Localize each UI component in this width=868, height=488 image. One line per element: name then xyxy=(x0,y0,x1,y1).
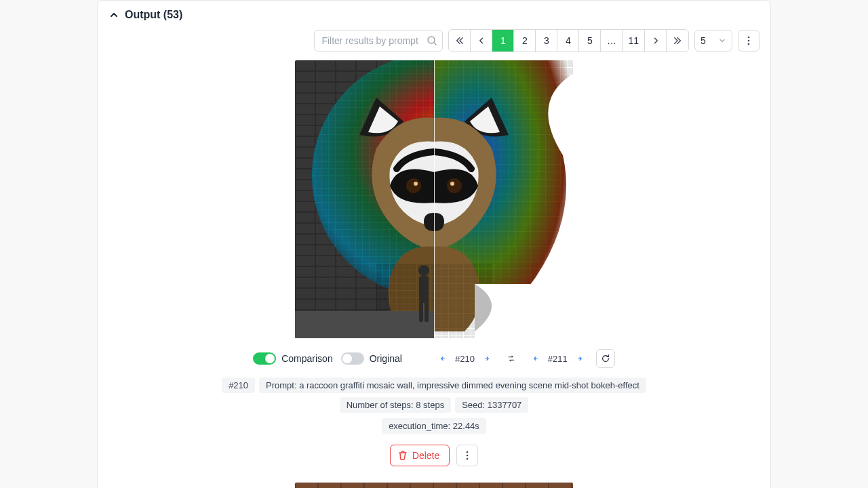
right-id: #211 xyxy=(548,354,568,364)
delete-label: Delete xyxy=(412,450,439,461)
meta-exec-chip: execution_time: 22.44s xyxy=(382,418,486,434)
page-size-value: 5 xyxy=(701,35,706,46)
svg-point-27 xyxy=(467,455,469,457)
svg-point-3 xyxy=(748,43,750,45)
page-first[interactable] xyxy=(449,30,471,52)
meta-id-chip: #210 xyxy=(222,378,255,393)
page-4[interactable]: 4 xyxy=(557,30,579,52)
viewer-controls: Comparison Original #210 xyxy=(253,349,615,368)
meta-steps-chip: Number of steps: 8 steps xyxy=(340,397,452,413)
page-ellipsis: … xyxy=(601,30,623,52)
page-5[interactable]: 5 xyxy=(579,30,601,52)
right-id-nav: #211 xyxy=(528,350,588,367)
chevron-down-icon xyxy=(718,37,726,45)
more-menu-button[interactable] xyxy=(738,30,760,52)
page-next[interactable] xyxy=(645,30,667,52)
left-id-prev[interactable] xyxy=(435,350,451,367)
meta-prompt-chip: Prompt: a raccoon graffiti mosaic wall, … xyxy=(259,378,646,393)
next-result-preview[interactable] xyxy=(295,483,573,488)
swap-button[interactable] xyxy=(503,350,519,367)
comparison-toggle-label: Comparison xyxy=(281,353,332,364)
original-toggle-label: Original xyxy=(370,353,402,364)
svg-point-12 xyxy=(414,182,418,186)
svg-rect-17 xyxy=(419,302,423,322)
result-meta: #210 Prompt: a raccoon graffiti mosaic w… xyxy=(183,378,685,413)
svg-rect-16 xyxy=(419,276,429,303)
refresh-button[interactable] xyxy=(596,349,615,368)
pagination: 12345…11 xyxy=(448,29,689,52)
svg-point-22 xyxy=(447,178,462,193)
svg-point-28 xyxy=(467,458,469,460)
svg-rect-14 xyxy=(295,311,434,338)
filter-input[interactable] xyxy=(314,30,443,52)
output-header[interactable]: Output (53) xyxy=(98,9,770,21)
page-3[interactable]: 3 xyxy=(536,30,557,52)
result-item: Comparison Original #210 xyxy=(108,60,760,488)
image-left xyxy=(295,60,434,338)
page-1[interactable]: 1 xyxy=(492,30,514,52)
svg-point-1 xyxy=(748,37,750,39)
page-last[interactable] xyxy=(667,30,688,52)
results-list: Comparison Original #210 xyxy=(98,60,770,488)
search-icon xyxy=(427,35,437,46)
comparison-viewer[interactable] xyxy=(295,60,573,338)
svg-rect-31 xyxy=(295,483,573,488)
page-2[interactable]: 2 xyxy=(514,30,536,52)
svg-point-2 xyxy=(748,40,750,42)
result-actions: Delete xyxy=(390,445,478,466)
image-right xyxy=(434,60,573,338)
comparison-toggle[interactable] xyxy=(253,352,276,365)
svg-point-26 xyxy=(467,451,469,453)
page-size-select[interactable]: 5 xyxy=(694,30,732,52)
right-id-next[interactable] xyxy=(572,350,588,367)
result-more-button[interactable] xyxy=(456,445,478,466)
page-11[interactable]: 11 xyxy=(623,30,645,52)
svg-rect-18 xyxy=(425,302,429,322)
collapse-icon xyxy=(108,9,119,20)
left-id-next[interactable] xyxy=(479,350,495,367)
left-id-nav: #210 xyxy=(435,350,495,367)
left-id: #210 xyxy=(455,354,475,364)
delete-button[interactable]: Delete xyxy=(390,445,450,466)
output-title: Output (53) xyxy=(125,9,182,21)
svg-point-23 xyxy=(450,182,454,186)
svg-point-15 xyxy=(418,265,429,276)
output-toolbar: 12345…11 5 xyxy=(98,21,770,60)
right-id-prev[interactable] xyxy=(528,350,544,367)
filter-wrap xyxy=(314,30,443,52)
result-meta-2: execution_time: 22.44s xyxy=(382,418,486,434)
meta-seed-chip: Seed: 1337707 xyxy=(455,397,528,413)
comparison-divider[interactable] xyxy=(434,60,435,338)
page-prev[interactable] xyxy=(471,30,492,52)
svg-point-11 xyxy=(406,178,421,193)
original-toggle[interactable] xyxy=(341,352,364,365)
trash-icon xyxy=(397,450,408,461)
output-panel: Output (53) 12345…11 5 xyxy=(97,0,771,488)
